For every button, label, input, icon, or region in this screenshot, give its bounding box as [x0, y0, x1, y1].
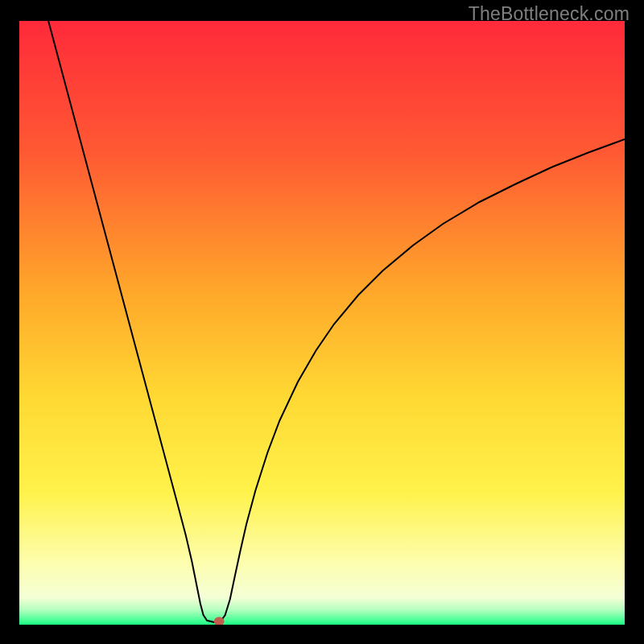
gradient-background: [19, 21, 625, 625]
chart-svg: [19, 21, 625, 625]
chart-frame: TheBottleneck.com: [0, 0, 644, 644]
plot-area: [19, 21, 625, 625]
